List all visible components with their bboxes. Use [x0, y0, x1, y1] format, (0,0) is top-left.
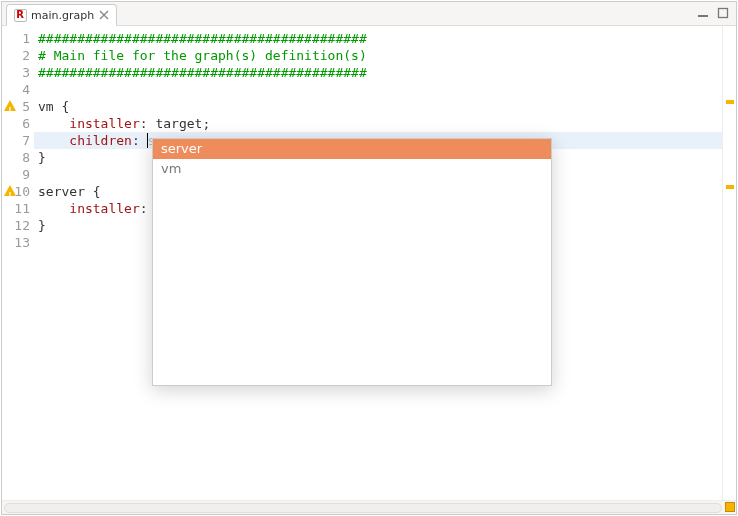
- editor-area[interactable]: 12345678910111213 ######################…: [2, 26, 736, 500]
- autocomplete-popup[interactable]: servervm: [152, 138, 552, 386]
- code-line[interactable]: [34, 81, 722, 98]
- minimize-icon[interactable]: [694, 5, 712, 21]
- overview-corner: [725, 502, 735, 512]
- warning-marker[interactable]: [726, 100, 734, 104]
- code-line[interactable]: ########################################…: [34, 64, 722, 81]
- line-number: 8: [2, 149, 34, 166]
- code-line[interactable]: vm {: [34, 98, 722, 115]
- code-line[interactable]: ########################################…: [34, 30, 722, 47]
- line-number: 9: [2, 166, 34, 183]
- warning-marker[interactable]: [726, 185, 734, 189]
- line-number: 5: [2, 98, 34, 115]
- tab-strip: R main.graph: [2, 2, 736, 26]
- tab-main-graph[interactable]: R main.graph: [6, 4, 117, 26]
- svg-rect-1: [719, 9, 728, 18]
- file-type-icon: R: [13, 8, 27, 22]
- horizontal-scrollbar[interactable]: [2, 500, 736, 514]
- line-number: 13: [2, 234, 34, 251]
- code-line[interactable]: # Main file for the graph(s) definition(…: [34, 47, 722, 64]
- line-number: 2: [2, 47, 34, 64]
- maximize-icon[interactable]: [714, 5, 732, 21]
- scrollbar-track[interactable]: [4, 503, 722, 513]
- line-number: 3: [2, 64, 34, 81]
- overview-ruler[interactable]: [722, 26, 736, 500]
- line-number: 10: [2, 183, 34, 200]
- window-controls: [694, 5, 732, 21]
- editor-window: R main.graph 12345678910111213 #########…: [1, 1, 737, 515]
- code-line[interactable]: installer: target;: [34, 115, 722, 132]
- autocomplete-item[interactable]: server: [153, 139, 551, 159]
- line-number: 1: [2, 30, 34, 47]
- line-number: 7: [2, 132, 34, 149]
- line-number: 11: [2, 200, 34, 217]
- line-number: 12: [2, 217, 34, 234]
- tab-title: main.graph: [31, 9, 94, 22]
- line-number: 4: [2, 81, 34, 98]
- line-number-gutter: 12345678910111213: [2, 26, 34, 500]
- svg-rect-0: [698, 15, 708, 17]
- autocomplete-item[interactable]: vm: [153, 159, 551, 179]
- line-number: 6: [2, 115, 34, 132]
- close-icon[interactable]: [98, 9, 110, 21]
